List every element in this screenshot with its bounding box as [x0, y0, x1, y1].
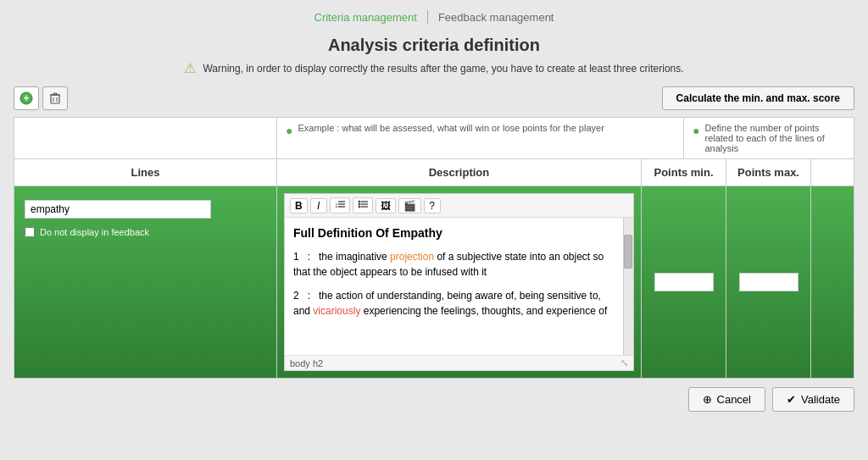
info-cell-lines [14, 118, 277, 158]
rte-heading: Full Definition Of Empathy [293, 224, 615, 242]
rich-text-editor: B I 1 🖼 🎬 ? Full Definition Of Empathy [284, 193, 634, 371]
italic-icon: I [317, 200, 320, 212]
ordered-list-button[interactable]: 1 [330, 197, 350, 213]
validate-icon: ✔ [787, 393, 796, 406]
feedback-checkbox-label: Do not display in feedback [40, 227, 149, 237]
actions-cell [811, 186, 854, 378]
info-row: ● Example : what will be assessed, what … [14, 118, 854, 159]
rte-item-1: 1 : the imaginative projection of a subj… [293, 249, 615, 280]
bold-icon: B [295, 200, 303, 212]
points-min-cell [642, 186, 726, 378]
content-row: Do not display in feedback B I 1 🖼 🎬 [14, 186, 854, 378]
toolbar: + Calculate the min. and max. score [0, 80, 868, 117]
svg-rect-4 [53, 93, 57, 95]
rte-item-2: 2 : the action of understanding, being a… [293, 288, 615, 319]
line-name-input[interactable] [25, 200, 211, 219]
svg-point-14 [358, 201, 360, 203]
main-table: ● Example : what will be assessed, what … [14, 117, 854, 379]
unordered-list-button[interactable] [353, 197, 373, 213]
svg-point-15 [358, 203, 360, 206]
cancel-label: Cancel [717, 393, 751, 406]
do-not-display-checkbox[interactable] [25, 227, 35, 237]
bold-button[interactable]: B [290, 198, 308, 213]
help-icon: ? [429, 200, 435, 212]
pts-hint-text: Define the number of points related to e… [704, 123, 845, 153]
points-max-cell [726, 186, 811, 378]
criteria-management-link[interactable]: Criteria management [314, 11, 417, 24]
points-max-input[interactable] [739, 273, 798, 291]
svg-text:1: 1 [335, 202, 338, 208]
warning-text: Warning, in order to display correctly t… [203, 63, 683, 75]
col-pts-min-label: Points min. [654, 166, 713, 179]
add-row-button[interactable]: + [14, 86, 39, 110]
svg-text:+: + [23, 92, 29, 104]
trash-icon [50, 92, 60, 104]
italic-button[interactable]: I [310, 198, 327, 213]
warning-row: ⚠ Warning, in order to display correctly… [0, 60, 868, 76]
rte-status: body h2 [290, 358, 323, 369]
image-button[interactable]: 🖼 [376, 198, 396, 213]
col-pts-max-label: Points max. [737, 166, 799, 179]
rte-toolbar: B I 1 🖼 🎬 ? [285, 194, 633, 218]
svg-rect-2 [51, 95, 59, 103]
calculate-button[interactable]: Calculate the min. and max. score [662, 86, 854, 110]
validate-button[interactable]: ✔ Validate [772, 387, 854, 412]
rte-scrollbar-thumb[interactable] [624, 235, 632, 269]
feedback-management-link[interactable]: Feedback management [438, 11, 554, 24]
rte-content-area[interactable]: Full Definition Of Empathy 1 : the imagi… [285, 218, 623, 355]
lines-cell: Do not display in feedback [14, 186, 277, 378]
highlight-projection: projection [390, 251, 434, 263]
desc-hint-text: Example : what will be assessed, what wi… [298, 123, 604, 133]
top-navigation: Criteria management Feedback management [0, 0, 868, 30]
points-min-input[interactable] [654, 273, 714, 291]
page-title: Analysis criteria definition [0, 36, 868, 55]
col-header-points-max: Points max. [726, 159, 811, 186]
page-title-area: Analysis criteria definition ⚠ Warning, … [0, 30, 868, 80]
help-button[interactable]: ? [424, 198, 441, 213]
media-button[interactable]: 🎬 [398, 198, 421, 213]
nav-divider [427, 10, 428, 24]
info-cell-desc: ● Example : what will be assessed, what … [277, 118, 684, 158]
cancel-icon: ⊕ [703, 393, 712, 406]
delete-row-button[interactable] [42, 86, 68, 110]
description-cell: B I 1 🖼 🎬 ? Full Definition Of Empathy [277, 186, 642, 378]
column-headers: Lines Description Points min. Points max… [14, 159, 854, 186]
cancel-button[interactable]: ⊕ Cancel [688, 387, 765, 412]
svg-point-16 [358, 206, 360, 208]
info-icon-desc: ● [286, 124, 292, 137]
rte-footer: body h2 ⤡ [285, 355, 633, 370]
ul-icon [358, 199, 368, 209]
rte-body-wrapper: Full Definition Of Empathy 1 : the imagi… [285, 218, 633, 355]
info-icon-pts: ● [693, 124, 699, 137]
add-icon: + [19, 91, 33, 105]
warning-icon: ⚠ [184, 60, 196, 76]
col-header-points-min: Points min. [642, 159, 726, 186]
ol-icon: 1 [335, 199, 345, 209]
rte-resize-handle[interactable]: ⤡ [620, 357, 628, 369]
toolbar-left: + [14, 86, 68, 110]
col-header-description: Description [277, 159, 642, 186]
col-header-lines: Lines [14, 159, 277, 186]
info-cell-pts: ● Define the number of points related to… [684, 118, 854, 158]
validate-label: Validate [801, 393, 840, 406]
bottom-bar: ⊕ Cancel ✔ Validate [0, 379, 868, 420]
col-header-actions [811, 159, 854, 186]
feedback-checkbox-row: Do not display in feedback [25, 227, 266, 237]
rte-scrollbar[interactable] [623, 218, 633, 355]
highlight-vicariously: vicariously [313, 305, 360, 317]
